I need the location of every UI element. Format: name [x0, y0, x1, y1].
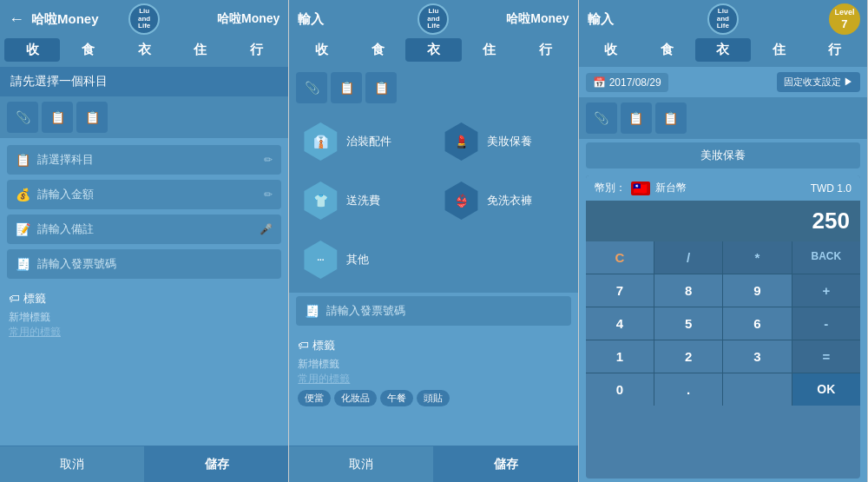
level-num: 7 [841, 17, 847, 31]
chip-2[interactable]: 午餐 [380, 390, 413, 406]
save-btn-2[interactable]: 儲存 [434, 446, 578, 482]
attach-icon-1[interactable]: 📎 [7, 102, 38, 133]
copy-icon-2[interactable]: 📋 [331, 72, 362, 103]
cat-item-0[interactable]: 👔 治裝配件 [296, 116, 430, 168]
header-2: 輸入 LiuandLife 哈啦Money [289, 0, 577, 38]
taiwan-flag [631, 182, 650, 195]
calc-btn-7[interactable]: 7 [586, 274, 654, 307]
calc-btn-equals[interactable]: = [792, 340, 860, 373]
tab-3-4[interactable]: 行 [807, 38, 863, 62]
icon-row-3: 📎 📋 📋 [579, 97, 867, 139]
logo-1: LiuandLife [128, 3, 160, 35]
screen-3: 輸入 LiuandLife Level 7 收 食 衣 住 行 📅 2017/0… [579, 0, 868, 482]
calc-btn-5[interactable]: 5 [654, 307, 722, 340]
tab-3-2[interactable]: 衣 [695, 38, 751, 62]
add-tag-link-1[interactable]: 新增標籤 [9, 310, 279, 325]
calc-btn-4[interactable]: 4 [586, 307, 654, 340]
icon-row-2: 📎 📋 📋 [289, 67, 577, 109]
cat-label-4: 其他 [346, 252, 369, 267]
calc-btn-2[interactable]: 2 [654, 340, 722, 373]
cancel-btn-1[interactable]: 取消 [0, 446, 145, 482]
receipt-icon: 🧾 [16, 257, 30, 271]
tab-1-2[interactable]: 衣 [116, 38, 172, 62]
chip-1[interactable]: 化妝品 [334, 390, 377, 406]
tab-2-3[interactable]: 住 [462, 38, 517, 62]
save-btn-1[interactable]: 儲存 [145, 446, 289, 482]
calc-buttons: C / * BACK 7 8 9 + 4 5 6 - 1 2 3 = 0 [586, 241, 860, 406]
tab-1-3[interactable]: 住 [172, 38, 227, 62]
chip-0[interactable]: 便當 [298, 390, 331, 406]
cat-item-2[interactable]: 👕 送洗費 [296, 175, 430, 227]
logo-3: LiuandLife [707, 3, 739, 35]
form-row-receipt[interactable]: 🧾 請輸入發票號碼 [7, 249, 281, 279]
tab-3-3[interactable]: 住 [751, 38, 806, 62]
calc-btn-0[interactable]: 0 [586, 373, 654, 406]
calendar-icon: 📅 [593, 76, 606, 89]
cancel-btn-2[interactable]: 取消 [289, 446, 434, 482]
chip-3[interactable]: 頭貼 [417, 390, 450, 406]
form-row-amount[interactable]: 💰 請輸入金額 ✏ [7, 180, 281, 209]
tags-section-1: 🏷 標籤 新增標籤 常用的標籤 [0, 286, 288, 345]
tabs-bar-2: 收 食 衣 住 行 [289, 38, 577, 67]
copy2-icon-3[interactable]: 📋 [655, 102, 687, 134]
calc-btn-divide[interactable]: / [654, 241, 722, 274]
tags-section-2: 🏷 標籤 新增標籤 常用的標籤 便當 化妝品 午餐 頭貼 [289, 333, 577, 412]
date-bar: 📅 2017/08/29 固定收支設定 ▶ [579, 67, 867, 97]
cat-icon-1: 💄 [442, 122, 480, 161]
screen-1-body: 📎 📋 📋 📋 請選擇科目 ✏ 💰 請輸入金額 ✏ 📝 請輸入備註 🎤 [0, 96, 288, 482]
copy-icon-3[interactable]: 📋 [621, 102, 652, 134]
calc-btn-plus[interactable]: + [792, 274, 860, 307]
copy2-icon-1[interactable]: 📋 [76, 102, 108, 133]
tab-2-2[interactable]: 衣 [405, 38, 461, 62]
calc-btn-1[interactable]: 1 [586, 340, 654, 373]
calc-btn-minus[interactable]: - [792, 307, 860, 340]
form-row-receipt-2[interactable]: 🧾 請輸入發票號碼 [296, 296, 570, 326]
level-label: Level [834, 8, 854, 17]
tab-1-4[interactable]: 行 [228, 38, 284, 62]
cat-item-4[interactable]: ··· 其他 [296, 234, 430, 286]
copy-icon-1[interactable]: 📋 [42, 102, 73, 133]
tab-1-0[interactable]: 收 [4, 38, 60, 62]
cat-icon-3: 👙 [442, 182, 480, 220]
attach-icon-2[interactable]: 📎 [296, 72, 327, 103]
copy2-icon-2[interactable]: 📋 [365, 72, 397, 103]
common-tags-link-1[interactable]: 常用的標籤 [9, 325, 279, 340]
category-display: 美妝保養 [586, 142, 860, 168]
cat-item-1[interactable]: 💄 美妝保養 [437, 116, 570, 168]
tab-1-1[interactable]: 食 [60, 38, 115, 62]
tags-title-2: 🏷 標籤 [298, 338, 335, 353]
tab-3-0[interactable]: 收 [583, 38, 639, 62]
tab-2-4[interactable]: 行 [517, 38, 573, 62]
screen-2-body: 📎 📋 📋 👔 治裝配件 💄 美妝保養 👕 送洗費 👙 免洗衣褲 [289, 67, 577, 482]
calc-btn-6[interactable]: 6 [723, 307, 791, 340]
calc-btn-3[interactable]: 3 [723, 340, 791, 373]
back-button[interactable]: ← [9, 10, 24, 29]
note-edit-icon: 🎤 [260, 223, 273, 235]
date-box[interactable]: 📅 2017/08/29 [586, 73, 668, 92]
form-row-note[interactable]: 📝 請輸入備註 🎤 [7, 215, 281, 244]
fixed-btn[interactable]: 固定收支設定 ▶ [777, 72, 860, 92]
cat-icon-4: ··· [301, 241, 339, 279]
note-placeholder: 請輸入備註 [37, 221, 94, 237]
calc-btn-C[interactable]: C [586, 241, 654, 274]
calc-btn-9[interactable]: 9 [723, 274, 791, 307]
calc-btn-multiply[interactable]: * [723, 241, 791, 274]
tab-2-0[interactable]: 收 [293, 38, 349, 62]
calc-btn-8[interactable]: 8 [654, 274, 722, 307]
cat-item-3[interactable]: 👙 免洗衣褲 [437, 175, 570, 227]
calc-currency: 幣別： 新台幣 TWD 1.0 [586, 175, 860, 201]
add-tag-link-2[interactable]: 新增標籤 [298, 357, 569, 372]
cat-label-2: 送洗費 [346, 193, 380, 208]
logo-circle-2: LiuandLife [418, 3, 449, 35]
category-grid: 👔 治裝配件 💄 美妝保養 👕 送洗費 👙 免洗衣褲 ··· 其他 [289, 109, 577, 293]
calc-btn-ok[interactable]: OK [792, 373, 860, 406]
common-tags-link-2[interactable]: 常用的標籤 [298, 372, 569, 386]
tab-3-1[interactable]: 食 [639, 38, 694, 62]
form-row-subject[interactable]: 📋 請選擇科目 ✏ [7, 145, 281, 175]
calc-btn-dot[interactable]: . [654, 373, 722, 406]
attach-icon-3[interactable]: 📎 [586, 102, 617, 134]
tab-2-1[interactable]: 食 [350, 38, 405, 62]
icon-row-1: 📎 📋 📋 [0, 96, 288, 138]
calc-btn-back[interactable]: BACK [792, 241, 860, 274]
receipt-placeholder: 請輸入發票號碼 [37, 256, 116, 272]
